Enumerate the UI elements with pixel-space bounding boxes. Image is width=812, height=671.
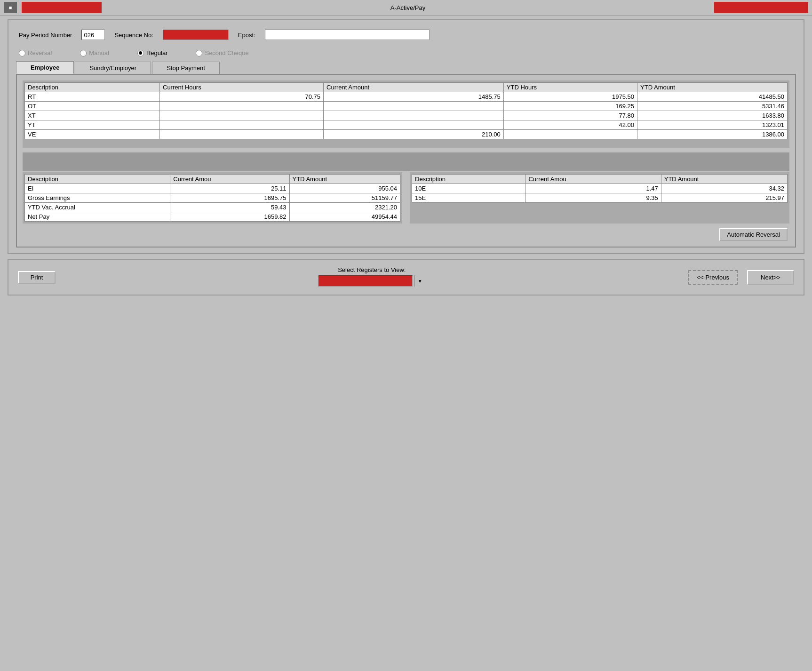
right-col-desc: Description (412, 175, 525, 184)
radio-manual[interactable]: Manual (80, 49, 109, 56)
left-col-current-amount: Current Amou (170, 175, 289, 184)
earnings-current-hours (160, 111, 324, 120)
earnings-row: VE 210.00 1386.00 (25, 130, 788, 139)
earnings-ytd-amount: 1633.80 (637, 111, 788, 120)
bottom-tables: Description Current Amou YTD Amount EI 2… (23, 172, 789, 224)
right-current-amount: 9.35 (525, 193, 661, 203)
radio-manual-circle (80, 50, 87, 56)
right-deductions-table: Description Current Amou YTD Amount 10E … (412, 174, 788, 203)
earnings-ytd-hours: 169.25 (503, 102, 637, 111)
left-ytd-amount: 955.04 (289, 184, 400, 193)
print-button[interactable]: Print (18, 271, 56, 284)
earnings-ytd-amount: 5331.46 (637, 102, 788, 111)
next-button[interactable]: Next>> (747, 270, 794, 285)
earnings-row: OT 169.25 5331.46 (25, 102, 788, 111)
radio-regular-label: Regular (146, 49, 168, 56)
automatic-reversal-button[interactable]: Automatic Reversal (719, 228, 788, 241)
earnings-ytd-hours: 1975.50 (503, 92, 637, 102)
earnings-current-hours: 70.75 (160, 92, 324, 102)
left-col-desc: Description (25, 175, 170, 184)
earnings-col-desc: Description (25, 83, 160, 92)
pay-period-input[interactable] (81, 30, 105, 40)
auto-reversal-row: Automatic Reversal (23, 228, 789, 241)
earnings-ytd-hours (503, 130, 637, 139)
left-ytd-amount: 51159.77 (289, 193, 400, 203)
earnings-row: YT 42.00 1323.01 (25, 120, 788, 130)
right-current-amount: 1.47 (525, 184, 661, 193)
earnings-table-wrap: Description Current Hours Current Amount… (23, 80, 789, 148)
left-table-row: Gross Earnings 1695.75 51159.77 (25, 193, 400, 203)
main-window: Pay Period Number Sequence No: Epost: Re… (8, 19, 804, 254)
tab-employee[interactable]: Employee (16, 61, 74, 74)
app-icon: ■ (4, 2, 17, 13)
radio-reversal[interactable]: Reversal (19, 49, 52, 56)
bottom-bar: Print Select Registers to View: ▼ << Pre… (8, 259, 804, 296)
radio-regular-circle (137, 50, 144, 56)
title-red-box-right (714, 2, 808, 13)
radio-second-cheque-label: Second Cheque (205, 49, 248, 56)
earnings-desc: YT (25, 120, 160, 130)
left-deductions-table: Description Current Amou YTD Amount EI 2… (24, 174, 400, 222)
left-col-ytd-amount: YTD Amount (289, 175, 400, 184)
left-table-row: EI 25.11 955.04 (25, 184, 400, 193)
earnings-col-ytd-amount: YTD Amount (637, 83, 788, 92)
earnings-current-amount: 210.00 (324, 130, 504, 139)
earnings-desc: VE (25, 130, 160, 139)
radio-reversal-circle (19, 50, 25, 56)
grey-spacer (23, 152, 789, 171)
earnings-ytd-hours: 42.00 (503, 120, 637, 130)
form-row-top: Pay Period Number Sequence No: Epost: (14, 26, 798, 44)
radio-second-cheque-circle (196, 50, 202, 56)
left-table-row: YTD Vac. Accrual 59.43 2321.20 (25, 203, 400, 212)
radio-second-cheque[interactable]: Second Cheque (196, 49, 248, 56)
right-col-ytd-amount: YTD Amount (661, 175, 787, 184)
earnings-current-amount: 1485.75 (324, 92, 504, 102)
tab-sundry-employer[interactable]: Sundry/Employer (75, 62, 151, 74)
earnings-current-hours (160, 102, 324, 111)
previous-button[interactable]: << Previous (688, 270, 738, 285)
left-desc: YTD Vac. Accrual (25, 203, 170, 212)
app-title: A-Active/Pay (106, 4, 709, 11)
right-ytd-amount: 34.32 (661, 184, 787, 193)
registers-dropdown-wrap[interactable]: ▼ (318, 275, 425, 287)
right-desc: 15E (412, 193, 525, 203)
dropdown-arrow-icon[interactable]: ▼ (414, 275, 425, 287)
earnings-current-amount (324, 120, 504, 130)
earnings-ytd-amount: 1386.00 (637, 130, 788, 139)
left-current-amount: 1695.75 (170, 193, 289, 203)
tab-stop-payment[interactable]: Stop Payment (152, 62, 220, 74)
left-desc: EI (25, 184, 170, 193)
right-table-row: 15E 9.35 215.97 (412, 193, 788, 203)
title-bar: ■ A-Active/Pay (0, 0, 812, 16)
earnings-current-amount (324, 111, 504, 120)
right-table-row: 10E 1.47 34.32 (412, 184, 788, 193)
earnings-current-hours (160, 130, 324, 139)
title-red-box-left (22, 2, 102, 13)
earnings-current-amount (324, 102, 504, 111)
left-table-wrap: Description Current Amou YTD Amount EI 2… (23, 172, 402, 224)
tabs-area: Employee Sundry/Employer Stop Payment (16, 61, 796, 74)
earnings-table: Description Current Hours Current Amount… (24, 82, 788, 139)
earnings-col-current-amount: Current Amount (324, 83, 504, 92)
left-desc: Net Pay (25, 212, 170, 222)
right-ytd-amount: 215.97 (661, 193, 787, 203)
tab-panel-employee: Description Current Hours Current Amount… (16, 74, 796, 248)
radio-row: Reversal Manual Regular Second Cheque (14, 48, 798, 61)
epost-input[interactable] (265, 30, 430, 40)
earnings-row: RT 70.75 1485.75 1975.50 41485.50 (25, 92, 788, 102)
left-ytd-amount: 2321.20 (289, 203, 400, 212)
earnings-row: XT 77.80 1633.80 (25, 111, 788, 120)
epost-label: Epost: (238, 32, 255, 39)
radio-reversal-label: Reversal (28, 49, 52, 56)
earnings-desc: OT (25, 102, 160, 111)
right-col-current-amount: Current Amou (525, 175, 661, 184)
registers-dropdown[interactable] (318, 275, 413, 287)
radio-regular[interactable]: Regular (137, 49, 168, 56)
earnings-ytd-amount: 41485.50 (637, 92, 788, 102)
left-current-amount: 59.43 (170, 203, 289, 212)
earnings-desc: RT (25, 92, 160, 102)
earnings-ytd-hours: 77.80 (503, 111, 637, 120)
sequence-no-input[interactable] (163, 30, 229, 40)
pay-period-label: Pay Period Number (19, 32, 72, 39)
earnings-desc: XT (25, 111, 160, 120)
